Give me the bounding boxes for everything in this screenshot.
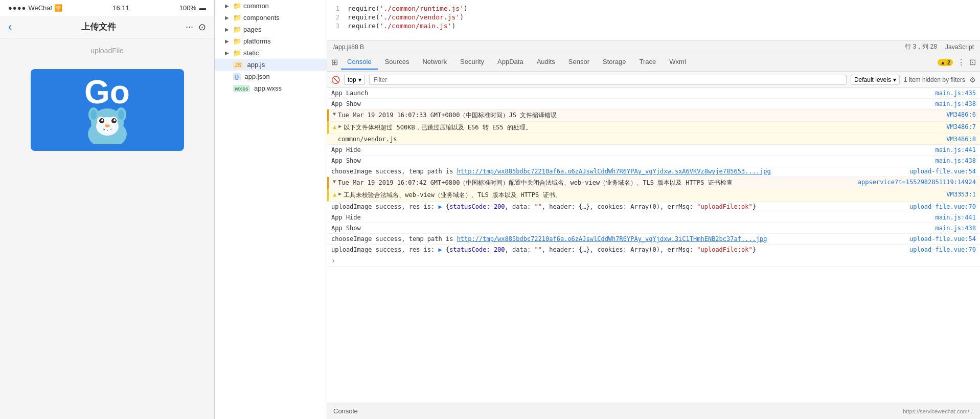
- msg-source[interactable]: upload-file.vue:54: [903, 235, 976, 242]
- msg-text: Tue Mar 19 2019 16:07:33 GMT+0800（中国标准时间…: [338, 111, 940, 120]
- tab-network[interactable]: Network: [416, 55, 453, 70]
- clear-console-icon[interactable]: 🚫: [331, 76, 340, 84]
- phone-status-right: 100% ▬: [179, 4, 206, 12]
- msg-text: App Show: [331, 157, 929, 164]
- file-tree-common[interactable]: ▶ 📁 common: [215, 0, 327, 12]
- context-filter-value: top: [348, 76, 356, 83]
- js-file-icon: JS: [233, 61, 243, 69]
- file-tree-appjs[interactable]: ▶ JS app.js: [215, 59, 327, 71]
- tab-sensor[interactable]: Sensor: [562, 55, 596, 70]
- msg-source[interactable]: main.js:438: [929, 100, 976, 107]
- msg-source[interactable]: VM3486:7: [940, 123, 976, 130]
- console-msg-app-show-2: App Show main.js:438: [327, 156, 980, 166]
- msg-source[interactable]: main.js:441: [929, 146, 976, 153]
- msg-text: App Show: [331, 100, 929, 107]
- cursor-position: 行 3，列 28: [905, 42, 937, 51]
- folder-label: static: [243, 49, 323, 57]
- msg-text: Tue Mar 19 2019 16:07:42 GMT+0800（中国标准时间…: [338, 179, 852, 187]
- msg-source[interactable]: VM3486:6: [940, 111, 976, 118]
- undock-icon[interactable]: ⊡: [969, 57, 976, 67]
- file-tree-static[interactable]: ▶ 📁 static: [215, 47, 327, 59]
- console-prompt-line: ›: [327, 255, 980, 267]
- console-msg-domain-check: ▼ Tue Mar 19 2019 16:07:42 GMT+0800（中国标准…: [327, 177, 980, 189]
- expand-arrow-icon[interactable]: ▼: [333, 179, 336, 184]
- console-messages: App Launch main.js:435 App Show main.js:…: [327, 88, 980, 403]
- svg-rect-15: [108, 129, 110, 132]
- tab-appdata[interactable]: AppData: [491, 55, 530, 70]
- tab-audits[interactable]: Audits: [531, 55, 561, 70]
- console-msg-upload-image-2: uploadImage success, res is: ▶ {statusCo…: [327, 245, 980, 255]
- tab-sources[interactable]: Sources: [379, 55, 416, 70]
- context-filter-select[interactable]: top ▾: [344, 75, 365, 85]
- console-bottom-bar: Console https://servicewechat.com/...: [327, 403, 980, 419]
- lang-indicator: JavaScript: [945, 43, 974, 51]
- code-text: require('./common/main.js'): [348, 22, 455, 30]
- temp-path-url-1[interactable]: http://tmp/wx885bdbc72210af6a.o6zAJswlCd…: [457, 168, 771, 175]
- devtools-icon: ⊞: [331, 57, 338, 67]
- file-tree-pages[interactable]: ▶ 📁 pages: [215, 24, 327, 35]
- file-label: app.js: [247, 61, 323, 69]
- console-msg-app-show-3: App Show main.js:438: [327, 223, 980, 234]
- arrow-icon: ▶: [225, 27, 231, 32]
- file-tree-platforms[interactable]: ▶ 📁 platforms: [215, 35, 327, 47]
- msg-source[interactable]: main.js:438: [929, 225, 976, 232]
- nav-more-dots[interactable]: ···: [186, 21, 193, 33]
- tab-security[interactable]: Security: [454, 55, 490, 70]
- tab-icons: ▲ 2 ⋮ ⊡: [938, 57, 976, 67]
- file-tree-appjson[interactable]: ▶ {} app.json: [215, 71, 327, 82]
- expand-arrow-icon[interactable]: ▶: [338, 191, 341, 196]
- msg-source[interactable]: main.js:435: [929, 90, 976, 97]
- nav-back-button[interactable]: ‹: [8, 20, 12, 34]
- battery-icon: ▬: [199, 4, 206, 12]
- msg-source[interactable]: upload-file.vue:54: [903, 168, 976, 175]
- msg-source[interactable]: VM3486:8: [940, 136, 976, 143]
- msg-source[interactable]: upload-file.vue:70: [903, 203, 976, 210]
- filter-input[interactable]: [369, 75, 847, 85]
- console-msg-app-launch: App Launch main.js:435: [327, 88, 980, 99]
- code-editor: 1 require('./common/runtime.js') 2 requi…: [327, 0, 980, 41]
- tab-trace[interactable]: Trace: [633, 55, 663, 70]
- tab-storage[interactable]: Storage: [597, 55, 632, 70]
- expand-object-icon[interactable]: ▶: [439, 246, 442, 253]
- console-msg-file-size-warning: ▲ ▶ 以下文件体积超过 500KB，已跳过压缩以及 ES6 转 ES5 的处理…: [327, 122, 980, 134]
- devtools-tab-bar: ⊞ Console Sources Network Security AppDa…: [327, 53, 980, 72]
- phone-time: 16:11: [112, 4, 129, 12]
- msg-text: chooseImage success, temp path is http:/…: [331, 235, 903, 242]
- temp-path-url-2[interactable]: http://tmp/wx885bdbc72210af6a.o6zAJswlCd…: [457, 235, 767, 242]
- svg-point-5: [118, 109, 124, 120]
- level-value: Default levels: [854, 76, 891, 83]
- console-msg-compile-error: ▼ Tue Mar 19 2019 16:07:33 GMT+0800（中国标准…: [327, 109, 980, 122]
- battery-text: 100%: [179, 4, 196, 12]
- msg-text: common/vendor.js: [338, 136, 940, 143]
- msg-source[interactable]: upload-file.vue:70: [903, 246, 976, 253]
- wifi-icon: 🛜: [54, 4, 62, 12]
- tab-wxml[interactable]: Wxml: [663, 55, 692, 70]
- msg-text: uploadImage success, res is: ▶ {statusCo…: [331, 203, 903, 210]
- console-msg-choose-image-1: chooseImage success, temp path is http:/…: [327, 166, 980, 177]
- msg-source[interactable]: main.js:438: [929, 157, 976, 164]
- go-gopher: Go: [79, 76, 135, 144]
- expand-arrow-icon[interactable]: ▶: [338, 123, 341, 129]
- file-tree-appwxss[interactable]: ▶ wxss app.wxss: [215, 82, 327, 94]
- phone-status-bar: ●●●● WeChat 🛜 16:11 100% ▬: [0, 0, 214, 16]
- console-msg-app-hide-2: App Hide main.js:441: [327, 212, 980, 223]
- nav-record-icon[interactable]: ⊙: [198, 21, 206, 33]
- expand-object-icon[interactable]: ▶: [439, 203, 442, 210]
- line-number: 1: [327, 5, 348, 12]
- signal-dots: ●●●●: [8, 4, 26, 12]
- phone-status-left: ●●●● WeChat 🛜: [8, 4, 62, 12]
- expand-arrow-icon[interactable]: ▼: [333, 111, 336, 117]
- msg-source[interactable]: appservice?t=1552982851119:14924: [852, 179, 976, 186]
- phone-panel: ●●●● WeChat 🛜 16:11 100% ▬ ‹ 上传文件 ··· ⊙ …: [0, 0, 215, 419]
- level-select[interactable]: Default levels ▾: [851, 75, 900, 85]
- file-tree-components[interactable]: ▶ 📁 components: [215, 12, 327, 24]
- msg-source[interactable]: VM3353:1: [940, 191, 976, 198]
- svg-point-13: [105, 124, 110, 127]
- file-label: app.json: [245, 73, 323, 80]
- more-options-icon[interactable]: ⋮: [957, 57, 965, 67]
- console-msg-upload-image-1: uploadImage success, res is: ▶ {statusCo…: [327, 202, 980, 212]
- console-settings-icon[interactable]: ⚙: [969, 76, 976, 84]
- msg-source[interactable]: main.js:441: [929, 214, 976, 221]
- tab-console[interactable]: Console: [341, 55, 378, 70]
- editor-status-bar: /app.js 88 B 行 3，列 28 JavaScript: [327, 41, 980, 53]
